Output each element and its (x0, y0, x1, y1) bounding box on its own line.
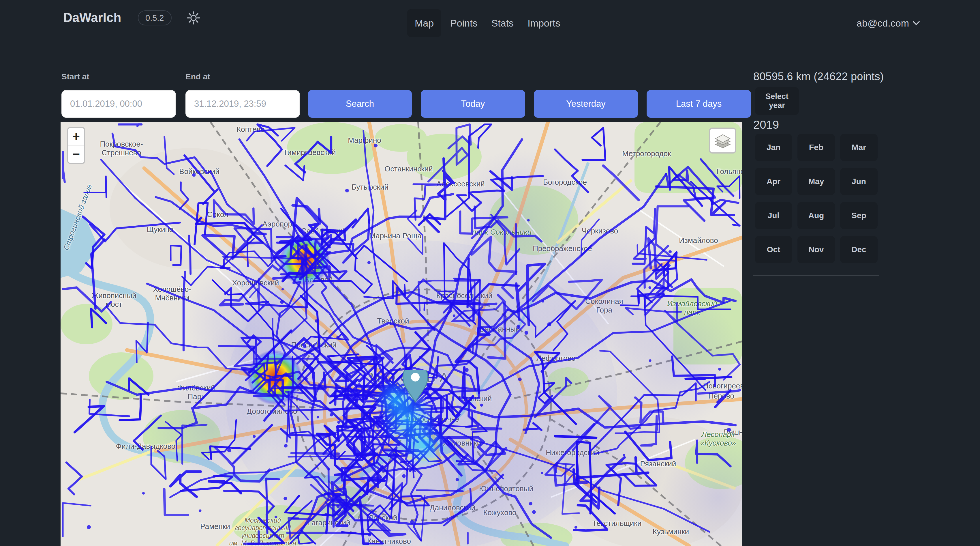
month-button-aug[interactable]: Aug (797, 202, 835, 229)
month-button-sep[interactable]: Sep (840, 202, 878, 229)
map-place-label: Кожухово (483, 508, 516, 517)
map-place-label: Покровское- Стрешнево (100, 140, 143, 157)
month-button-may[interactable]: May (797, 168, 835, 195)
map[interactable]: Покровское- СтрешневоКоптевоТимирязевски… (60, 122, 742, 546)
search-button[interactable]: Search (308, 90, 412, 118)
map-place-label: Преображенское (533, 244, 592, 253)
map-place-label: Текстильщики (592, 519, 642, 528)
map-place-label: Гагаринский (308, 519, 350, 527)
yesterday-button[interactable]: Yesterday (534, 90, 638, 118)
map-place-label: Останкинский (385, 165, 433, 174)
map-place-label: Алексеевский (436, 180, 485, 188)
tab-map[interactable]: Map (407, 9, 441, 37)
map-place-label: Раменки (200, 522, 230, 531)
map-place-label: Нижегородский (546, 449, 599, 457)
map-basemap (60, 122, 742, 546)
map-place-label: Щукино (147, 225, 173, 234)
map-place-label: Гольяново (716, 168, 742, 176)
map-place-label: Южнопортовый (479, 485, 533, 493)
map-place-label: Фили-Давыдково (116, 442, 176, 451)
month-button-jul[interactable]: Jul (755, 202, 792, 229)
map-place-label: Измайлово (679, 236, 718, 245)
map-place-label: Басманный (480, 325, 520, 334)
map-labels: Покровское- СтрешневоКоптевоТимирязевски… (60, 122, 742, 546)
zoom-in-button[interactable]: + (68, 128, 84, 145)
today-button[interactable]: Today (421, 90, 525, 118)
month-button-feb[interactable]: Feb (797, 134, 835, 161)
map-place-label: Метрогородок (622, 150, 671, 158)
map-place-label: Канатчиково (367, 537, 411, 546)
map-place-label: Хорошёво- Мнёвники (153, 285, 191, 302)
end-at-input[interactable] (185, 90, 300, 118)
end-at-label: End at (185, 72, 210, 81)
month-grid: JanFebMarAprMayJunJulAugSepOctNovDec (755, 134, 878, 263)
tab-points[interactable]: Points (445, 9, 482, 37)
map-place-label: Донской (368, 514, 397, 522)
app-logo[interactable]: DaWarIch (63, 10, 121, 25)
heatmap-haze (147, 148, 742, 546)
map-place-label: Дорогомилово (247, 407, 298, 416)
map-place-label: Бутырский (352, 183, 388, 192)
start-at-label: Start at (61, 72, 89, 81)
map-place-label: Даниловский (430, 504, 475, 512)
map-place-label: Хорошёвский (232, 279, 279, 287)
map-place-label: Таганский (457, 394, 492, 403)
map-place-label: Московский государственный университет и… (229, 517, 296, 546)
map-place-label: Кузьминки (653, 527, 689, 536)
map-place-label: Перово (708, 392, 734, 401)
map-place-label: Лесопарк «Кусково» (700, 430, 736, 448)
month-button-jun[interactable]: Jun (840, 168, 878, 195)
map-place-label: Войковский (179, 168, 219, 176)
map-place-label: Богородское (543, 178, 587, 187)
map-place-label: Рязанский (640, 460, 676, 468)
layers-icon (714, 132, 732, 150)
map-place-label: Беговой (305, 276, 332, 284)
month-button-oct[interactable]: Oct (755, 236, 792, 263)
map-place-label: парк Сокольники (472, 228, 531, 237)
map-place-label: Савёловский (301, 227, 347, 235)
month-button-apr[interactable]: Apr (755, 168, 792, 195)
tab-imports[interactable]: Imports (523, 9, 565, 37)
year-heading: 2019 (753, 118, 779, 131)
layers-control[interactable] (709, 128, 736, 153)
map-place-label: Тверской (377, 317, 409, 326)
map-place-label: Новогиреево (703, 382, 742, 390)
last-7-days-button[interactable]: Last 7 days (647, 90, 751, 118)
tab-stats[interactable]: Stats (487, 9, 519, 37)
dawarich-app: DaWarIch 0.5.2 MapPointsStatsImports ab@… (0, 0, 980, 546)
zoom-out-button[interactable]: − (68, 145, 84, 163)
start-at-input[interactable] (61, 90, 176, 118)
panel-divider (753, 276, 879, 276)
map-place-label: Тимирязевский (283, 148, 336, 157)
map-place-label: Строгинский залив (62, 183, 94, 251)
month-button-jan[interactable]: Jan (755, 134, 792, 161)
distance-summary: 80595.6 km (24622 points) (753, 70, 884, 83)
nav-tabs: MapPointsStatsImports (407, 9, 565, 37)
month-button-nov[interactable]: Nov (797, 236, 835, 263)
theme-toggle-sun-icon[interactable] (186, 10, 201, 26)
map-place-label: Марфино (348, 136, 381, 145)
zoom-control: + − (67, 127, 85, 164)
map-track-overlay (60, 122, 742, 546)
map-marker-pin[interactable] (401, 370, 430, 405)
map-place-label: Пресненский (291, 341, 336, 350)
user-email: ab@cd.com (857, 18, 909, 29)
map-place-label: Черкизово (582, 227, 618, 235)
month-button-mar[interactable]: Mar (840, 134, 878, 161)
map-place-label: Соколиная Гора (585, 297, 623, 315)
gps-tracks (63, 125, 740, 544)
month-button-dec[interactable]: Dec (840, 236, 878, 263)
map-place-label: Марьина Роща (369, 232, 422, 240)
version-badge: 0.5.2 (138, 10, 172, 26)
map-place-label: Красносельский (436, 292, 493, 300)
user-menu[interactable]: ab@cd.com (857, 9, 920, 37)
map-place-label: Сокол (207, 211, 228, 219)
heatmap-hotspots (247, 235, 330, 405)
map-place-label: Лефортово (536, 354, 575, 363)
map-place-label: Вешняки (724, 428, 742, 437)
map-place-label: Аэропорт (262, 220, 295, 228)
map-place-label: Филёвский Парк (177, 384, 215, 401)
select-year-button[interactable]: Select year (755, 87, 799, 115)
map-place-label: Хамовники (443, 439, 481, 448)
chevron-down-icon (913, 21, 920, 26)
